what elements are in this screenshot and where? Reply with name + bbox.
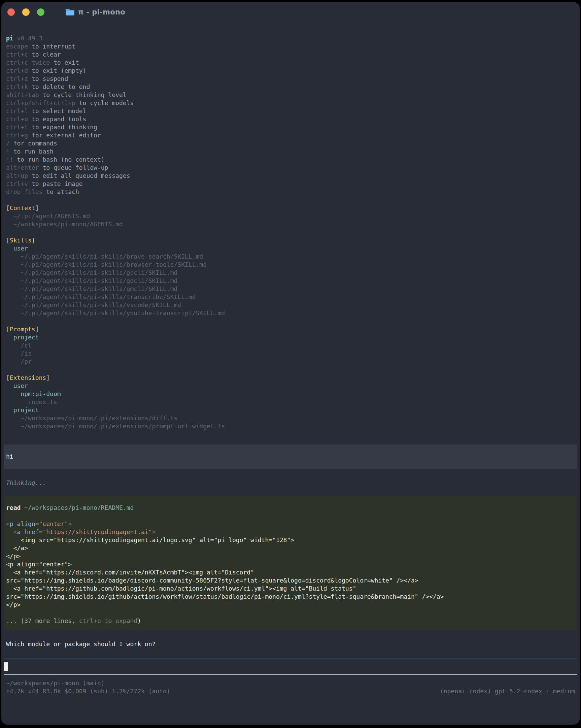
terminal-window: π - pi-mono pi v0.49.3 escape to interru… [1, 2, 580, 725]
code-line: </a> [6, 544, 575, 552]
file-preview-code: <p align="center"> <a href="https://shit… [6, 520, 575, 609]
extension-row: index.ts [6, 398, 575, 406]
skills-group-label: user [6, 244, 575, 253]
context-file-list: ~/.pi/agent/AGENTS.md~/workspaces/pi-mon… [6, 212, 575, 228]
context-file-path: ~/.pi/agent/AGENTS.md [6, 212, 575, 220]
extension-row: npm:pi-doom [6, 390, 575, 398]
skill-file-path: ~/.pi/agent/skills/pi-skills/gmcli/SKILL… [6, 285, 575, 293]
help-line: drop files to attach [6, 188, 575, 196]
text-cursor [4, 662, 8, 671]
skill-file-path: ~/.pi/agent/skills/pi-skills/gdcli/SKILL… [6, 277, 575, 285]
help-line: !! to run bash (no context) [6, 156, 575, 164]
minimize-window-button[interactable] [22, 8, 30, 16]
context-file-path: ~/workspaces/pi-mono/AGENTS.md [6, 220, 575, 228]
code-line: <p align="center"> [6, 520, 575, 528]
extension-row: project [6, 406, 575, 414]
prompt-input[interactable] [4, 659, 577, 674]
prompts-group-label: project [6, 333, 575, 341]
window-titlebar: π - pi-mono [1, 2, 580, 22]
keyboard-shortcuts-help: escape to interruptctrl+c to clearctrl+c… [6, 43, 575, 196]
help-line: ctrl+o to expand tools [6, 115, 575, 123]
skill-file-path: ~/.pi/agent/skills/pi-skills/gccli/SKILL… [6, 269, 575, 277]
user-message-bubble: hi [4, 444, 577, 469]
skills-file-list: ~/.pi/agent/skills/pi-skills/brave-searc… [6, 253, 575, 317]
terminal-output: pi v0.49.3 escape to interruptctrl+c to … [1, 22, 580, 430]
help-line: ctrl+z to suspend [6, 75, 575, 83]
skill-file-path: ~/.pi/agent/skills/pi-skills/vscode/SKIL… [6, 301, 575, 309]
skill-file-path: ~/.pi/agent/skills/pi-skills/youtube-tra… [6, 309, 575, 317]
assistant-message: Which module or package should I work on… [6, 640, 575, 648]
status-token-stats: ↑4.7k ↓44 R3.8k $0.009 (sub) 1.7%/272k (… [6, 687, 170, 695]
code-line: </p> [6, 601, 575, 609]
extensions-list: usernpm:pi-doomindex.tsproject~/workspac… [6, 382, 575, 430]
skill-file-path: ~/.pi/agent/skills/pi-skills/browser-too… [6, 261, 575, 269]
help-line: alt+enter to queue follow-up [6, 164, 575, 172]
status-cwd: ~/workspaces/pi-mono (main) [6, 679, 575, 687]
code-line: <a href="https://shittycodingagent.ai"> [6, 528, 575, 536]
app-version-line: pi v0.49.3 [6, 34, 575, 43]
code-line: <img src="https://shittycodingagent.ai/l… [6, 536, 575, 544]
status-model-info: (openai-codex) gpt-5.2-codex · medium [440, 687, 575, 695]
prompt-command: /pr [6, 358, 575, 366]
window-title: π - pi-mono [78, 8, 125, 16]
status-bar: ~/workspaces/pi-mono (main) ↑4.7k ↓44 R3… [6, 679, 575, 695]
code-line: <a href="https://discord.com/invite/nKXT… [6, 568, 575, 576]
truncation-note: ... (37 more lines, ctrl+o to expand) [6, 617, 575, 625]
code-line: src="https://img.shields.io/github/actio… [6, 593, 575, 601]
help-line: alt+up to edit all queued messages [6, 172, 575, 180]
extension-row: user [6, 382, 575, 390]
context-section-header: [Context] [6, 204, 575, 212]
maximize-window-button[interactable] [37, 8, 45, 16]
code-line: <a href="https://github.com/badlogic/pi-… [6, 584, 575, 593]
help-line: ctrl+c to clear [6, 51, 575, 59]
help-line: ! to run bash [6, 148, 575, 156]
help-line: ctrl+k to delete to end [6, 83, 575, 91]
app-version: v0.49.3 [17, 35, 43, 42]
help-line: ctrl+g for external editor [6, 131, 575, 139]
tool-argument-path: ~/workspaces/pi-mono/README.md [24, 504, 134, 511]
skills-section-header: [Skills] [6, 236, 575, 244]
help-line: escape to interrupt [6, 43, 575, 51]
skill-file-path: ~/.pi/agent/skills/pi-skills/brave-searc… [6, 253, 575, 261]
help-line: / for commands [6, 139, 575, 148]
help-line: ctrl+c twice to exit [6, 59, 575, 67]
code-line: </p> [6, 552, 575, 560]
extension-row: ~/workspaces/pi-mono/.pi/extensions/prom… [6, 422, 575, 430]
app-name: pi [6, 35, 14, 42]
tool-call-read-block: read ~/workspaces/pi-mono/README.md <p a… [4, 496, 577, 630]
help-line: ctrl+t to expand thinking [6, 123, 575, 131]
help-line: shift+tab to cycle thinking level [6, 91, 575, 99]
folder-icon [65, 8, 75, 16]
prompt-command: /is [6, 349, 575, 358]
code-line: src="https://img.shields.io/badge/discor… [6, 576, 575, 584]
extensions-section-header: [Extensions] [6, 374, 575, 382]
prompts-list: /cl/is/pr [6, 341, 575, 366]
help-line: ctrl+l to select model [6, 107, 575, 115]
help-line: ctrl+d to exit (empty) [6, 67, 575, 75]
code-line: <p align="center"> [6, 560, 575, 568]
prompt-command: /cl [6, 341, 575, 349]
skill-file-path: ~/.pi/agent/skills/pi-skills/transcribe/… [6, 293, 575, 301]
input-divider-bottom [4, 674, 577, 675]
thinking-indicator: Thinking... [6, 479, 575, 487]
tool-call-header: read ~/workspaces/pi-mono/README.md [6, 504, 575, 512]
close-window-button[interactable] [7, 8, 15, 16]
extension-row: ~/workspaces/pi-mono/.pi/extensions/diff… [6, 414, 575, 422]
tool-name: read [6, 504, 21, 511]
help-line: ctrl+p/shift+ctrl+p to cycle models [6, 99, 575, 107]
help-line: ctrl+v to paste image [6, 180, 575, 188]
prompts-section-header: [Prompts] [6, 325, 575, 333]
